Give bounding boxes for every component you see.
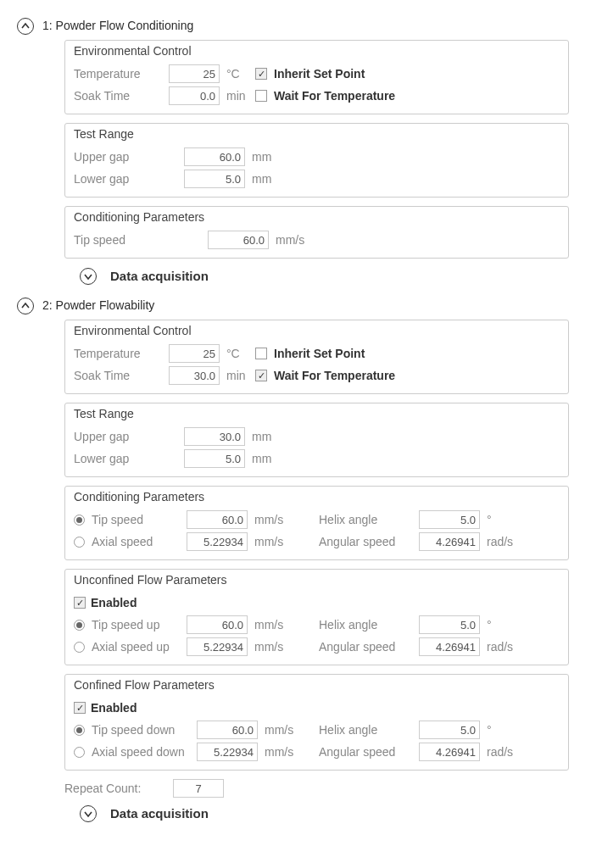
- wait-for-temperature-label: Wait For Temperature: [274, 89, 395, 103]
- expand-data-acquisition-1-icon[interactable]: [80, 268, 97, 285]
- unit-mms: mm/s: [254, 535, 297, 548]
- axial-speed-up-radio[interactable]: [74, 642, 85, 653]
- lower-gap-label: Lower gap: [74, 452, 177, 465]
- lower-gap-input[interactable]: [184, 449, 245, 468]
- angular-speed-label: Angular speed: [319, 745, 412, 759]
- group-env-control-1: Environmental Control Temperature °C Inh…: [64, 40, 569, 114]
- soak-time-label: Soak Time: [74, 369, 162, 382]
- inherit-set-point-checkbox[interactable]: [255, 348, 267, 359]
- tip-speed-down-label: Tip speed down: [92, 723, 190, 737]
- helix-angle-label: Helix angle: [319, 723, 412, 737]
- helix-angle-label: Helix angle: [319, 618, 412, 632]
- axial-speed-radio[interactable]: [74, 537, 85, 548]
- helix-angle-input[interactable]: [419, 721, 480, 739]
- unit-mm: mm: [252, 172, 289, 186]
- axial-speed-down-label: Axial speed down: [92, 745, 190, 759]
- wait-for-temperature-label: Wait For Temperature: [274, 369, 395, 382]
- tip-speed-up-input[interactable]: [187, 615, 248, 634]
- group-env-control-2: Environmental Control Temperature °C Inh…: [64, 320, 569, 394]
- unit-mms: mm/s: [254, 513, 297, 526]
- upper-gap-label: Upper gap: [74, 150, 177, 164]
- unit-mms: mm/s: [254, 640, 297, 654]
- group-legend: Unconfined Flow Parameters: [74, 573, 560, 587]
- unit-mm: mm: [252, 430, 289, 443]
- angular-speed-input[interactable]: [419, 532, 480, 551]
- temperature-label: Temperature: [74, 347, 162, 360]
- expand-data-acquisition-2-icon[interactable]: [80, 805, 97, 822]
- unit-c: °C: [226, 67, 248, 81]
- group-test-range-2: Test Range Upper gap mm Lower gap mm: [64, 403, 569, 477]
- axial-speed-down-input[interactable]: [197, 743, 258, 761]
- unit-mms: mm/s: [265, 723, 307, 737]
- repeat-count-input[interactable]: [173, 779, 224, 798]
- helix-angle-label: Helix angle: [319, 513, 412, 526]
- tip-speed-up-radio[interactable]: [74, 620, 85, 631]
- group-confined-flow: Confined Flow Parameters Enabled Tip spe…: [64, 674, 569, 771]
- angular-speed-input[interactable]: [419, 637, 480, 656]
- upper-gap-label: Upper gap: [74, 430, 177, 443]
- inherit-set-point-label: Inherit Set Point: [274, 347, 365, 360]
- unit-min: min: [226, 369, 248, 382]
- unit-rads: rad/s: [487, 745, 524, 759]
- data-acquisition-label[interactable]: Data acquisition: [110, 269, 209, 283]
- unit-mms: mm/s: [265, 745, 307, 759]
- unit-c: °C: [226, 347, 248, 360]
- group-legend: Conditioning Parameters: [74, 490, 560, 504]
- unit-mm: mm: [252, 452, 289, 465]
- group-legend: Test Range: [74, 407, 560, 420]
- tip-speed-radio[interactable]: [74, 515, 85, 526]
- wait-for-temperature-checkbox[interactable]: [255, 90, 267, 102]
- lower-gap-input[interactable]: [184, 170, 245, 188]
- section1-title: 1: Powder Flow Conditioning: [42, 17, 193, 32]
- axial-speed-input[interactable]: [187, 532, 248, 551]
- tip-speed-input[interactable]: [187, 510, 248, 529]
- group-legend: Environmental Control: [74, 324, 560, 337]
- repeat-count-label: Repeat Count:: [64, 782, 164, 795]
- unit-deg: °: [487, 723, 524, 737]
- unit-rads: rad/s: [487, 640, 524, 654]
- temperature-label: Temperature: [74, 67, 162, 81]
- helix-angle-input[interactable]: [419, 615, 480, 634]
- temperature-input[interactable]: [169, 344, 220, 363]
- angular-speed-input[interactable]: [419, 743, 480, 761]
- collapse-section2-icon[interactable]: [17, 298, 34, 314]
- tip-speed-label: Tip speed: [92, 513, 180, 526]
- collapse-section1-icon[interactable]: [17, 18, 34, 35]
- helix-angle-input[interactable]: [419, 510, 480, 529]
- tip-speed-down-radio[interactable]: [74, 725, 85, 736]
- tip-speed-label: Tip speed: [74, 233, 201, 247]
- unconfined-enabled-label: Enabled: [91, 596, 137, 609]
- soak-time-input[interactable]: [169, 86, 220, 105]
- upper-gap-input[interactable]: [184, 147, 245, 166]
- soak-time-input[interactable]: [169, 366, 220, 385]
- data-acquisition-label[interactable]: Data acquisition: [110, 806, 209, 821]
- group-legend: Confined Flow Parameters: [74, 678, 560, 692]
- unconfined-enabled-checkbox[interactable]: [74, 597, 86, 609]
- group-unconfined-flow: Unconfined Flow Parameters Enabled Tip s…: [64, 569, 569, 665]
- unit-deg: °: [487, 513, 524, 526]
- angular-speed-label: Angular speed: [319, 535, 412, 548]
- inherit-set-point-checkbox[interactable]: [255, 68, 267, 80]
- tip-speed-up-label: Tip speed up: [92, 618, 180, 632]
- unit-min: min: [226, 89, 248, 103]
- upper-gap-input[interactable]: [184, 427, 245, 446]
- group-legend: Environmental Control: [74, 44, 560, 58]
- unit-mms: mm/s: [254, 618, 297, 632]
- axial-speed-down-radio[interactable]: [74, 747, 85, 758]
- group-conditioning-params-2: Conditioning Parameters Tip speed mm/s H…: [64, 486, 569, 560]
- lower-gap-label: Lower gap: [74, 172, 177, 186]
- confined-enabled-checkbox[interactable]: [74, 702, 86, 714]
- wait-for-temperature-checkbox[interactable]: [255, 370, 267, 381]
- temperature-input[interactable]: [169, 64, 220, 83]
- unit-mms: mm/s: [276, 233, 318, 247]
- unit-mm: mm: [252, 150, 289, 164]
- confined-enabled-label: Enabled: [91, 701, 137, 715]
- axial-speed-up-input[interactable]: [187, 637, 248, 656]
- axial-speed-label: Axial speed: [92, 535, 180, 548]
- group-legend: Conditioning Parameters: [74, 210, 560, 224]
- axial-speed-up-label: Axial speed up: [92, 640, 180, 654]
- tip-speed-down-input[interactable]: [197, 721, 258, 739]
- section2-title: 2: Powder Flowability: [42, 297, 154, 312]
- tip-speed-input[interactable]: [208, 231, 269, 249]
- inherit-set-point-label: Inherit Set Point: [274, 67, 365, 81]
